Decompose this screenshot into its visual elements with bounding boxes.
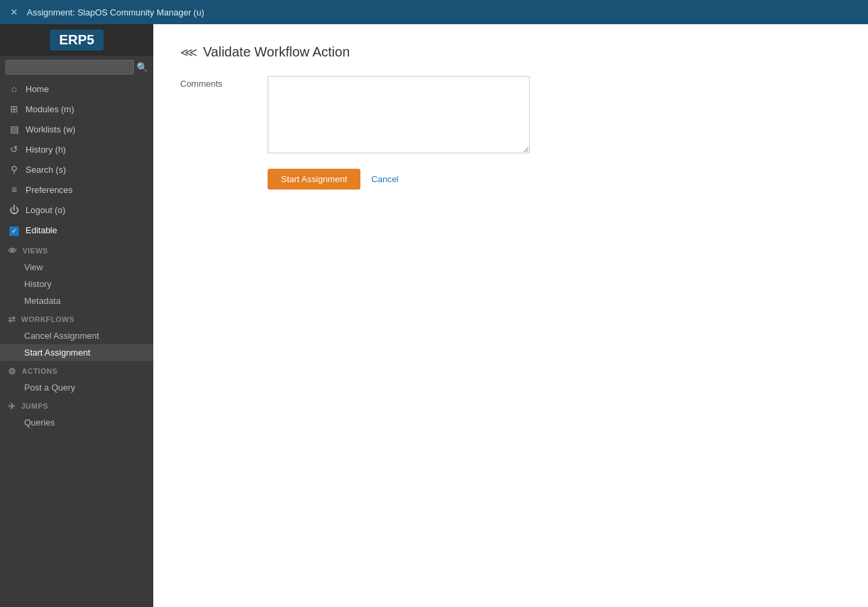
sidebar-item-view[interactable]: View [0, 259, 153, 276]
topbar: ✕ Assignment: SlapOS Community Manager (… [0, 0, 868, 24]
sidebar-item-start-assignment[interactable]: Start Assignment [0, 344, 153, 361]
comments-textarea[interactable] [268, 76, 530, 153]
tab-title: Assignment: SlapOS Community Manager (u) [27, 7, 204, 17]
sidebar-item-search[interactable]: ⚲ Search (s) [0, 159, 153, 179]
tab-close-button[interactable]: ✕ [7, 5, 22, 19]
sidebar-item-history[interactable]: ↺ History (h) [0, 139, 153, 159]
logo-area: ERP5 [0, 24, 153, 56]
page-title: Validate Workflow Action [203, 44, 350, 60]
comments-label: Comments [180, 76, 268, 89]
sidebar-item-history-label: History (h) [26, 145, 66, 155]
modules-icon: ⊞ [8, 104, 20, 114]
comments-control [268, 76, 530, 155]
sidebar-item-metadata[interactable]: Metadata [0, 292, 153, 309]
actions-icon: ⚙ [8, 366, 17, 376]
comments-row: Comments [180, 76, 841, 155]
editable-checkbox-icon: ✓ [8, 225, 20, 236]
action-buttons: Start Assignment Cancel [268, 169, 841, 190]
page-title-area: ⋘ Validate Workflow Action [180, 44, 841, 60]
sidebar-item-preferences-label: Preferences [26, 185, 73, 195]
sidebar-item-logout[interactable]: ⏻ Logout (o) [0, 200, 153, 220]
cancel-button[interactable]: Cancel [371, 174, 398, 184]
views-icon: 👁 [8, 246, 17, 256]
main-content: ⋘ Validate Workflow Action Comments Star… [153, 24, 868, 607]
sidebar-item-worklists[interactable]: ▤ Worklists (w) [0, 119, 153, 139]
history-icon: ↺ [8, 144, 20, 155]
worklists-icon: ▤ [8, 124, 20, 134]
search-nav-icon: ⚲ [8, 164, 20, 175]
sidebar-item-editable[interactable]: ✓ Editable [0, 220, 153, 241]
logout-icon: ⏻ [8, 204, 20, 215]
actions-section-header: ⚙ ACTIONS [0, 361, 153, 379]
search-area: 🔍 [0, 56, 153, 79]
jumps-icon: ✈ [8, 401, 16, 411]
sidebar-item-search-label: Search (s) [26, 165, 66, 175]
home-icon: ⌂ [8, 83, 20, 94]
workflows-icon: ⇄ [8, 315, 16, 325]
sidebar-item-logout-label: Logout (o) [26, 205, 65, 215]
sidebar-item-post-query[interactable]: Post a Query [0, 379, 153, 396]
logo: ERP5 [50, 30, 104, 50]
sidebar-item-history-view[interactable]: History [0, 276, 153, 292]
sidebar-item-home-label: Home [26, 84, 49, 94]
sidebar-item-home[interactable]: ⌂ Home [0, 79, 153, 99]
sidebar-item-preferences[interactable]: ≡ Preferences [0, 179, 153, 200]
sidebar-item-worklists-label: Worklists (w) [26, 124, 75, 134]
sidebar-item-modules-label: Modules (m) [26, 104, 74, 114]
sidebar-item-editable-label: Editable [26, 225, 57, 235]
preferences-icon: ≡ [8, 184, 20, 195]
sidebar-item-modules[interactable]: ⊞ Modules (m) [0, 99, 153, 119]
sidebar: ERP5 🔍 ⌂ Home ⊞ Modules (m) ▤ Worklists … [0, 24, 153, 607]
editable-checkbox[interactable]: ✓ [9, 227, 19, 236]
share-icon: ⋘ [180, 45, 198, 60]
search-input[interactable] [5, 60, 134, 75]
search-button[interactable]: 🔍 [136, 62, 148, 73]
views-section-header: 👁 VIEWS [0, 241, 153, 259]
sidebar-item-cancel-assignment[interactable]: Cancel Assignment [0, 327, 153, 344]
jumps-section-header: ✈ JUMPS [0, 396, 153, 414]
sidebar-item-queries[interactable]: Queries [0, 414, 153, 431]
workflows-section-header: ⇄ WORKFLOWS [0, 309, 153, 327]
start-assignment-button[interactable]: Start Assignment [268, 169, 360, 190]
